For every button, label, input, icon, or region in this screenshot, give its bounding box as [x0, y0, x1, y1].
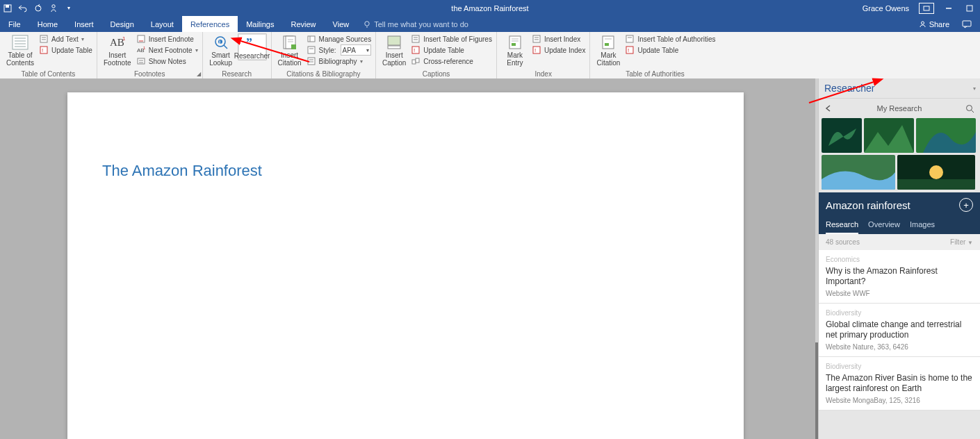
style-dropdown[interactable]: APA ▾ [341, 44, 371, 56]
tab-references[interactable]: References [182, 16, 238, 32]
pane-breadcrumb[interactable]: My Research [840, 104, 959, 113]
table-of-contents-button[interactable]: Table of Contents [4, 33, 36, 67]
insert-index-button[interactable]: Insert Index [532, 33, 586, 44]
group-label: Research [207, 69, 267, 78]
svg-line-31 [224, 45, 227, 49]
ribbon-display-options-icon[interactable] [919, 3, 934, 14]
minimize-button[interactable] [938, 0, 959, 16]
insert-toa-button[interactable]: Insert Table of Authorities [625, 33, 715, 44]
pane-search-button[interactable] [963, 102, 976, 115]
share-button[interactable]: Share [915, 20, 954, 28]
insert-table-of-figures-button[interactable]: Insert Table of Figures [411, 33, 492, 44]
qat-customize-icon[interactable]: ▾ [61, 0, 76, 16]
style-icon [307, 45, 316, 55]
tab-review[interactable]: Review [283, 16, 325, 32]
svg-rect-54 [412, 60, 416, 64]
researcher-button[interactable]: ” Researcher [238, 33, 267, 60]
mark-entry-button[interactable]: Mark Entry [501, 33, 529, 67]
chevron-down-icon: ▾ [360, 58, 363, 65]
update-table-icon: ! [39, 45, 49, 55]
thumbnail-image[interactable] [916, 118, 976, 153]
comments-button[interactable] [958, 20, 976, 28]
topic-tab-images[interactable]: Images [910, 220, 935, 234]
cross-ref-icon [411, 56, 420, 66]
tab-file[interactable]: File [0, 16, 29, 32]
next-footnote-button[interactable]: AB1 Next Footnote ▾ [136, 44, 198, 56]
topic-title: Amazon rainforest [826, 199, 910, 211]
source-item[interactable]: Biodiversity Global climate change and t… [819, 304, 980, 357]
researcher-label: Researcher [234, 52, 270, 60]
smart-lookup-button[interactable]: i Smart Lookup [207, 33, 235, 67]
figures-icon [411, 34, 420, 44]
save-icon[interactable] [0, 0, 15, 16]
svg-rect-39 [291, 44, 296, 49]
svg-rect-42 [308, 47, 315, 53]
insert-footnote-button[interactable]: AB1 Insert Footnote [101, 33, 133, 67]
thumbnail-image[interactable] [864, 118, 914, 153]
svg-point-2 [35, 6, 41, 11]
topic-tab-overview[interactable]: Overview [868, 220, 900, 234]
filter-button[interactable]: Filter ▼ [950, 238, 973, 246]
back-button[interactable] [823, 102, 835, 115]
user-name[interactable]: Grace Owens [857, 4, 915, 13]
update-index-button[interactable]: ! Update Index [532, 44, 586, 56]
pane-toolbar: My Research [819, 99, 980, 118]
citation-style-select[interactable]: Style: APA ▾ [307, 44, 372, 56]
svg-rect-1 [6, 5, 9, 8]
group-citations: Insert Citation Manage Sources Style: AP… [272, 32, 377, 78]
svg-text:!: ! [42, 47, 43, 53]
ribbon-tabs: File Home Insert Design Layout Reference… [0, 16, 980, 32]
mark-citation-label: Mark Citation [596, 51, 620, 67]
tab-home[interactable]: Home [29, 16, 66, 32]
bibliography-button[interactable]: Bibliography ▾ [307, 56, 372, 67]
document-heading[interactable]: The Amazon Rainforest [102, 162, 262, 180]
mark-citation-button[interactable]: Mark Citation [594, 33, 622, 67]
tab-view[interactable]: View [325, 16, 358, 32]
topic-card: Amazon rainforest + Research Overview Im… [819, 192, 980, 234]
group-footnotes: AB1 Insert Footnote Insert Endnote AB1 N… [97, 32, 203, 78]
tell-me-search[interactable]: Tell me what you want to do [357, 16, 474, 32]
redo-icon[interactable] [31, 0, 46, 16]
show-notes-button[interactable]: Show Notes [136, 56, 198, 67]
source-item[interactable]: Biodiversity The Amazon River Basin is h… [819, 357, 980, 411]
svg-rect-16 [40, 35, 47, 42]
insert-toa-icon [625, 34, 635, 44]
group-index: Mark Entry Insert Index ! Update Index I… [497, 32, 591, 78]
insert-endnote-button[interactable]: Insert Endnote [136, 33, 198, 44]
add-text-button[interactable]: Add Text ▾ [39, 33, 92, 44]
footnotes-dialog-launcher[interactable]: ◢ [197, 71, 201, 77]
tab-mailings[interactable]: Mailings [238, 16, 282, 32]
source-meta: Website Nature, 363, 6426 [826, 343, 973, 351]
maximize-button[interactable] [959, 0, 980, 16]
svg-point-72 [966, 105, 972, 110]
tab-design[interactable]: Design [102, 16, 142, 32]
undo-icon[interactable] [15, 0, 31, 16]
source-item[interactable]: Economics Why is the Amazon Rainforest I… [819, 250, 980, 304]
chevron-down-icon: ▼ [967, 240, 973, 246]
svg-rect-27 [138, 58, 145, 64]
svg-rect-47 [388, 36, 400, 45]
svg-rect-67 [605, 43, 609, 46]
topic-tab-research[interactable]: Research [826, 220, 858, 234]
next-footnote-icon: AB1 [136, 45, 146, 55]
insert-caption-button[interactable]: Insert Caption [380, 33, 408, 67]
touch-mode-icon[interactable] [46, 0, 61, 16]
thumbnail-image[interactable] [822, 118, 862, 153]
pane-menu-icon[interactable]: ▾ [973, 85, 976, 92]
insert-citation-button[interactable]: Insert Citation [276, 33, 304, 67]
tab-insert[interactable]: Insert [66, 16, 102, 32]
image-thumbnails [819, 118, 980, 190]
update-table-button[interactable]: ! Update Table [39, 44, 92, 56]
captions-update-table-button[interactable]: ! Update Table [411, 44, 492, 56]
tab-layout[interactable]: Layout [142, 16, 182, 32]
insert-citation-label: Insert Citation [278, 51, 302, 67]
update-toa-button[interactable]: ! Update Table [625, 44, 715, 56]
add-topic-button[interactable]: + [959, 198, 973, 212]
document-page[interactable]: The Amazon Rainforest [67, 92, 744, 439]
thumbnail-image[interactable] [822, 155, 895, 190]
manage-sources-button[interactable]: Manage Sources [307, 33, 372, 44]
mark-entry-label: Mark Entry [507, 51, 523, 67]
cross-reference-button[interactable]: Cross-reference [411, 56, 492, 67]
thumbnail-image[interactable] [897, 155, 975, 190]
svg-text:!: ! [534, 47, 536, 53]
